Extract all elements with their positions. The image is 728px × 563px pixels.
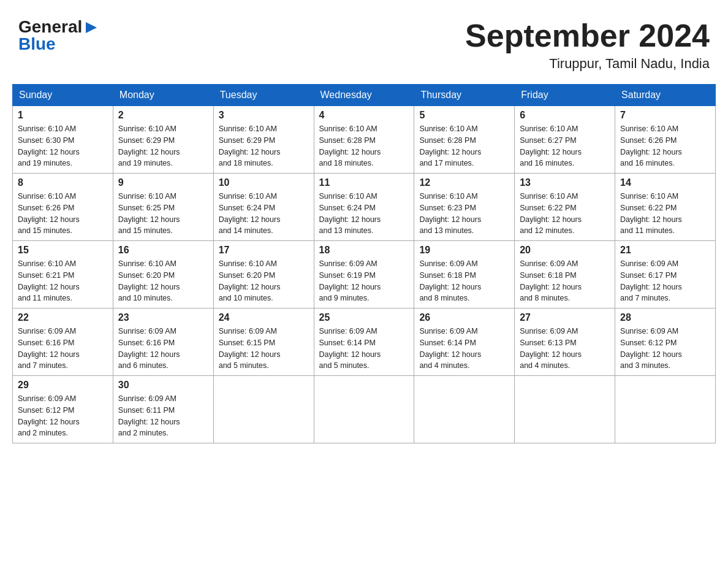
calendar-day-cell: 2Sunrise: 6:10 AMSunset: 6:29 PMDaylight… [113, 106, 213, 174]
calendar-day-cell [314, 376, 414, 443]
calendar-day-cell: 5Sunrise: 6:10 AMSunset: 6:28 PMDaylight… [414, 106, 515, 174]
day-number: 5 [419, 110, 509, 121]
calendar-header-tuesday: Tuesday [213, 85, 314, 106]
calendar-day-cell [515, 376, 615, 443]
day-info: Sunrise: 6:09 AMSunset: 6:15 PMDaylight:… [219, 326, 309, 372]
calendar-subtitle: Tiruppur, Tamil Nadu, India [465, 56, 710, 72]
day-number: 23 [118, 312, 208, 323]
day-info: Sunrise: 6:09 AMSunset: 6:14 PMDaylight:… [419, 326, 509, 372]
day-number: 21 [620, 245, 710, 256]
day-info: Sunrise: 6:10 AMSunset: 6:27 PMDaylight:… [520, 123, 610, 169]
calendar-header-wednesday: Wednesday [314, 85, 414, 106]
day-number: 29 [18, 380, 108, 391]
calendar-day-cell: 14Sunrise: 6:10 AMSunset: 6:22 PMDayligh… [615, 174, 716, 241]
calendar-day-cell: 21Sunrise: 6:09 AMSunset: 6:17 PMDayligh… [615, 241, 716, 308]
day-info: Sunrise: 6:09 AMSunset: 6:16 PMDaylight:… [18, 326, 108, 372]
day-info: Sunrise: 6:10 AMSunset: 6:22 PMDaylight:… [620, 191, 710, 237]
calendar-day-cell [615, 376, 716, 443]
calendar-day-cell: 18Sunrise: 6:09 AMSunset: 6:19 PMDayligh… [314, 241, 414, 308]
day-number: 12 [419, 177, 509, 188]
calendar-table: SundayMondayTuesdayWednesdayThursdayFrid… [12, 84, 716, 443]
calendar-day-cell: 8Sunrise: 6:10 AMSunset: 6:26 PMDaylight… [13, 174, 113, 241]
day-number: 24 [219, 312, 309, 323]
calendar-day-cell: 15Sunrise: 6:10 AMSunset: 6:21 PMDayligh… [13, 241, 113, 308]
day-number: 19 [419, 245, 509, 256]
calendar-header-thursday: Thursday [414, 85, 515, 106]
calendar-header-sunday: Sunday [13, 85, 113, 106]
day-number: 28 [620, 312, 710, 323]
calendar-day-cell: 27Sunrise: 6:09 AMSunset: 6:13 PMDayligh… [515, 308, 615, 376]
calendar-day-cell: 4Sunrise: 6:10 AMSunset: 6:28 PMDaylight… [314, 106, 414, 174]
calendar-day-cell: 9Sunrise: 6:10 AMSunset: 6:25 PMDaylight… [113, 174, 213, 241]
day-number: 7 [620, 110, 710, 121]
calendar-day-cell: 22Sunrise: 6:09 AMSunset: 6:16 PMDayligh… [13, 308, 113, 376]
calendar-day-cell: 25Sunrise: 6:09 AMSunset: 6:14 PMDayligh… [314, 308, 414, 376]
day-info: Sunrise: 6:09 AMSunset: 6:16 PMDaylight:… [118, 326, 208, 372]
day-info: Sunrise: 6:09 AMSunset: 6:11 PMDaylight:… [118, 393, 208, 439]
day-number: 26 [419, 312, 509, 323]
calendar-day-cell: 10Sunrise: 6:10 AMSunset: 6:24 PMDayligh… [213, 174, 314, 241]
logo-general-text: General [18, 18, 82, 36]
calendar-day-cell: 28Sunrise: 6:09 AMSunset: 6:12 PMDayligh… [615, 308, 716, 376]
day-info: Sunrise: 6:10 AMSunset: 6:28 PMDaylight:… [419, 123, 509, 169]
logo-arrow-icon [83, 20, 99, 36]
calendar-day-cell: 16Sunrise: 6:10 AMSunset: 6:20 PMDayligh… [113, 241, 213, 308]
day-info: Sunrise: 6:10 AMSunset: 6:22 PMDaylight:… [520, 191, 610, 237]
day-number: 11 [319, 177, 409, 188]
calendar-title: September 2024 [465, 18, 710, 53]
calendar-day-cell: 26Sunrise: 6:09 AMSunset: 6:14 PMDayligh… [414, 308, 515, 376]
calendar-day-cell: 24Sunrise: 6:09 AMSunset: 6:15 PMDayligh… [213, 308, 314, 376]
calendar-week-row: 1Sunrise: 6:10 AMSunset: 6:30 PMDaylight… [13, 106, 716, 174]
calendar-day-cell: 7Sunrise: 6:10 AMSunset: 6:26 PMDaylight… [615, 106, 716, 174]
day-info: Sunrise: 6:09 AMSunset: 6:19 PMDaylight:… [319, 258, 409, 304]
day-info: Sunrise: 6:09 AMSunset: 6:12 PMDaylight:… [620, 326, 710, 372]
calendar-day-cell: 29Sunrise: 6:09 AMSunset: 6:12 PMDayligh… [13, 376, 113, 443]
day-number: 22 [18, 312, 108, 323]
day-number: 3 [219, 110, 309, 121]
svg-marker-0 [86, 22, 97, 33]
day-number: 13 [520, 177, 610, 188]
day-number: 10 [219, 177, 309, 188]
calendar-day-cell: 17Sunrise: 6:10 AMSunset: 6:20 PMDayligh… [213, 241, 314, 308]
day-info: Sunrise: 6:09 AMSunset: 6:13 PMDaylight:… [520, 326, 610, 372]
calendar-day-cell: 23Sunrise: 6:09 AMSunset: 6:16 PMDayligh… [113, 308, 213, 376]
day-number: 18 [319, 245, 409, 256]
calendar-day-cell: 12Sunrise: 6:10 AMSunset: 6:23 PMDayligh… [414, 174, 515, 241]
day-number: 8 [18, 177, 108, 188]
calendar-day-cell [213, 376, 314, 443]
calendar-day-cell: 3Sunrise: 6:10 AMSunset: 6:29 PMDaylight… [213, 106, 314, 174]
day-info: Sunrise: 6:10 AMSunset: 6:21 PMDaylight:… [18, 258, 108, 304]
day-number: 25 [319, 312, 409, 323]
day-number: 16 [118, 245, 208, 256]
day-info: Sunrise: 6:09 AMSunset: 6:18 PMDaylight:… [520, 258, 610, 304]
day-info: Sunrise: 6:10 AMSunset: 6:30 PMDaylight:… [18, 123, 108, 169]
calendar-day-cell: 19Sunrise: 6:09 AMSunset: 6:18 PMDayligh… [414, 241, 515, 308]
day-number: 4 [319, 110, 409, 121]
calendar-day-cell: 11Sunrise: 6:10 AMSunset: 6:24 PMDayligh… [314, 174, 414, 241]
calendar-day-cell: 20Sunrise: 6:09 AMSunset: 6:18 PMDayligh… [515, 241, 615, 308]
logo-blue-text: Blue [18, 34, 56, 53]
day-number: 14 [620, 177, 710, 188]
day-info: Sunrise: 6:09 AMSunset: 6:18 PMDaylight:… [419, 258, 509, 304]
day-info: Sunrise: 6:09 AMSunset: 6:17 PMDaylight:… [620, 258, 710, 304]
calendar-day-cell: 1Sunrise: 6:10 AMSunset: 6:30 PMDaylight… [13, 106, 113, 174]
day-info: Sunrise: 6:09 AMSunset: 6:14 PMDaylight:… [319, 326, 409, 372]
page-header: General Blue September 2024 Tiruppur, Ta… [12, 12, 716, 72]
day-number: 17 [219, 245, 309, 256]
day-info: Sunrise: 6:09 AMSunset: 6:12 PMDaylight:… [18, 393, 108, 439]
calendar-week-row: 22Sunrise: 6:09 AMSunset: 6:16 PMDayligh… [13, 308, 716, 376]
calendar-day-cell: 30Sunrise: 6:09 AMSunset: 6:11 PMDayligh… [113, 376, 213, 443]
calendar-header-saturday: Saturday [615, 85, 716, 106]
title-area: September 2024 Tiruppur, Tamil Nadu, Ind… [465, 18, 710, 72]
day-number: 2 [118, 110, 208, 121]
logo: General Blue [18, 18, 99, 53]
calendar-week-row: 8Sunrise: 6:10 AMSunset: 6:26 PMDaylight… [13, 174, 716, 241]
day-number: 1 [18, 110, 108, 121]
calendar-day-cell: 13Sunrise: 6:10 AMSunset: 6:22 PMDayligh… [515, 174, 615, 241]
day-info: Sunrise: 6:10 AMSunset: 6:29 PMDaylight:… [219, 123, 309, 169]
day-info: Sunrise: 6:10 AMSunset: 6:29 PMDaylight:… [118, 123, 208, 169]
calendar-header-friday: Friday [515, 85, 615, 106]
calendar-header-monday: Monday [113, 85, 213, 106]
day-info: Sunrise: 6:10 AMSunset: 6:28 PMDaylight:… [319, 123, 409, 169]
day-info: Sunrise: 6:10 AMSunset: 6:24 PMDaylight:… [219, 191, 309, 237]
